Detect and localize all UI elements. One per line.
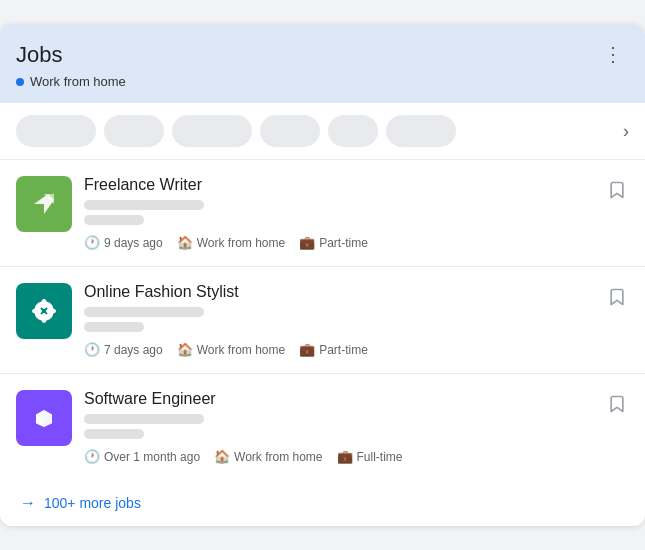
placeholder-detail-3 [84,429,144,439]
clock-icon-2: 🕐 [84,342,100,357]
company-logo-online-fashion-stylist [16,283,72,339]
bookmark-button-freelance-writer[interactable] [605,178,629,207]
briefcase-icon-3: 💼 [337,449,353,464]
job-type-software-engineer: 💼 Full-time [337,449,403,464]
home-icon-2: 🏠 [177,342,193,357]
bookmark-button-software-engineer[interactable] [605,392,629,421]
job-content-freelance-writer: Freelance Writer 🕐 9 days ago 🏠 Work fro… [72,176,605,250]
job-location-freelance-writer: 🏠 Work from home [177,235,285,250]
more-jobs-link[interactable]: → 100+ more jobs [20,494,625,512]
filter-scroll-arrow[interactable]: › [623,121,629,142]
filter-row: › [0,103,645,160]
job-meta-online-fashion-stylist: 🕐 7 days ago 🏠 Work from home 💼 Part-tim… [84,342,593,357]
clock-icon: 🕐 [84,235,100,250]
placeholder-company-1 [84,200,204,210]
filter-pill-2[interactable] [104,115,164,147]
filter-pill-3[interactable] [172,115,252,147]
job-title-online-fashion-stylist: Online Fashion Stylist [84,283,593,301]
svg-rect-1 [34,204,44,214]
home-icon-3: 🏠 [214,449,230,464]
job-type-online-fashion-stylist: 💼 Part-time [299,342,368,357]
filter-pill-6[interactable] [386,115,456,147]
header-subtitle: Work from home [16,74,126,89]
subtitle-text: Work from home [30,74,126,89]
header-left: Jobs Work from home [16,42,126,89]
filter-pill-4[interactable] [260,115,320,147]
company-logo-software-engineer [16,390,72,446]
placeholder-detail-2 [84,322,144,332]
more-options-button[interactable]: ⋮ [597,42,629,66]
jobs-card: Jobs Work from home ⋮ › [0,24,645,526]
arrow-right-icon: → [20,494,36,512]
home-icon: 🏠 [177,235,193,250]
clock-icon-3: 🕐 [84,449,100,464]
filter-pill-1[interactable] [16,115,96,147]
job-time-freelance-writer: 🕐 9 days ago [84,235,163,250]
more-jobs-row: → 100+ more jobs [0,480,645,526]
placeholder-company-2 [84,307,204,317]
job-title-freelance-writer: Freelance Writer [84,176,593,194]
job-location-online-fashion-stylist: 🏠 Work from home [177,342,285,357]
job-content-online-fashion-stylist: Online Fashion Stylist 🕐 7 days ago 🏠 Wo… [72,283,605,357]
job-item-freelance-writer[interactable]: Freelance Writer 🕐 9 days ago 🏠 Work fro… [0,160,645,267]
placeholder-company-3 [84,414,204,424]
job-list: Freelance Writer 🕐 9 days ago 🏠 Work fro… [0,160,645,480]
job-time-online-fashion-stylist: 🕐 7 days ago [84,342,163,357]
job-item-software-engineer[interactable]: Software Engineer 🕐 Over 1 month ago 🏠 W… [0,374,645,480]
company-logo-freelance-writer [16,176,72,232]
job-content-software-engineer: Software Engineer 🕐 Over 1 month ago 🏠 W… [72,390,605,464]
briefcase-icon-2: 💼 [299,342,315,357]
job-location-software-engineer: 🏠 Work from home [214,449,322,464]
bookmark-button-online-fashion-stylist[interactable] [605,285,629,314]
job-type-freelance-writer: 💼 Part-time [299,235,368,250]
briefcase-icon: 💼 [299,235,315,250]
filter-pill-5[interactable] [328,115,378,147]
job-title-software-engineer: Software Engineer [84,390,593,408]
svg-rect-3 [26,293,62,329]
placeholder-detail-1 [84,215,144,225]
job-meta-freelance-writer: 🕐 9 days ago 🏠 Work from home 💼 Part-tim… [84,235,593,250]
page-title: Jobs [16,42,126,68]
more-jobs-label: 100+ more jobs [44,495,141,511]
job-meta-software-engineer: 🕐 Over 1 month ago 🏠 Work from home 💼 Fu… [84,449,593,464]
header: Jobs Work from home ⋮ [0,24,645,103]
job-item-online-fashion-stylist[interactable]: Online Fashion Stylist 🕐 7 days ago 🏠 Wo… [0,267,645,374]
job-time-software-engineer: 🕐 Over 1 month ago [84,449,200,464]
status-dot [16,78,24,86]
